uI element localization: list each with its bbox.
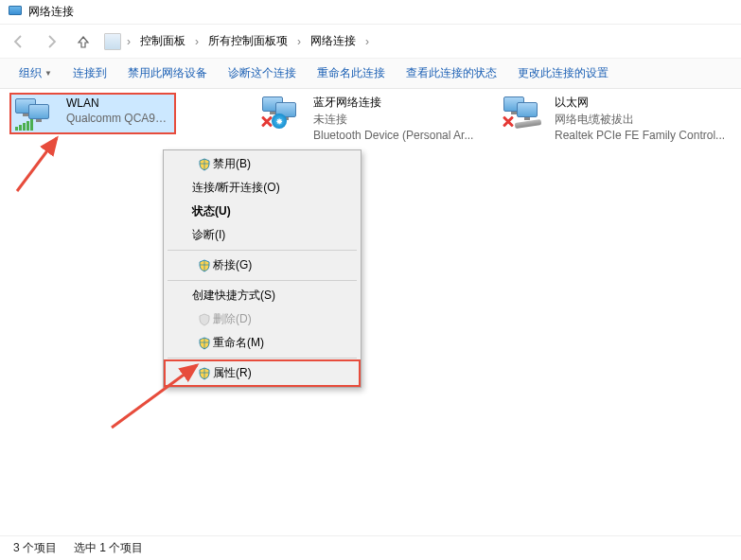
bluetooth-icon: ⁕ <box>260 95 306 129</box>
forward-button[interactable] <box>40 30 62 53</box>
toolbar-connect-to[interactable]: 连接到 <box>63 61 116 85</box>
shield-icon <box>198 313 211 326</box>
adapter-device: Bluetooth Device (Personal Ar... <box>313 129 473 142</box>
chevron-icon: › <box>362 35 373 48</box>
shield-icon <box>198 158 211 171</box>
cm-bridge[interactable]: 桥接(G) <box>166 254 359 277</box>
ethernet-icon <box>502 95 547 129</box>
cm-label: 创建快捷方式(S) <box>192 288 275 304</box>
breadcrumb-item[interactable]: 网络连接 <box>307 31 360 51</box>
cm-label: 连接/断开连接(O) <box>192 180 280 196</box>
statusbar: 3 个项目 选中 1 个项目 <box>0 535 741 560</box>
separator <box>168 250 357 251</box>
toolbar-disable-device[interactable]: 禁用此网络设备 <box>118 61 217 85</box>
separator <box>168 280 357 281</box>
cm-delete: 删除(D) <box>166 307 359 331</box>
cable-icon <box>515 119 542 129</box>
cm-label: 属性(R) <box>213 365 252 381</box>
context-menu: 禁用(B) 连接/断开连接(O) 状态(U) 诊断(I) 桥接(G) 创建快捷方… <box>163 149 362 388</box>
toolbar-view-status[interactable]: 查看此连接的状态 <box>397 61 506 85</box>
cm-label: 诊断(I) <box>192 227 225 243</box>
shield-icon <box>198 259 211 272</box>
adapter-wlan[interactable]: WLAN Qualcomm QCA9377 802.11... <box>9 93 176 134</box>
cm-connect-disconnect[interactable]: 连接/断开连接(O) <box>166 176 359 200</box>
cm-disable[interactable]: 禁用(B) <box>166 152 359 176</box>
toolbar-rename[interactable]: 重命名此连接 <box>308 61 395 85</box>
bluetooth-badge-icon: ⁕ <box>272 114 287 129</box>
back-button[interactable] <box>8 30 30 53</box>
shield-icon <box>198 367 211 380</box>
adapter-status: 未连接 <box>313 112 473 128</box>
adapter-device: Realtek PCIe FE Family Control... <box>555 129 725 142</box>
breadcrumb[interactable]: › 控制面板 › 所有控制面板项 › 网络连接 › <box>104 31 733 51</box>
cm-create-shortcut[interactable]: 创建快捷方式(S) <box>166 284 359 307</box>
cm-diagnose[interactable]: 诊断(I) <box>166 223 359 247</box>
adapter-name: 蓝牙网络连接 <box>313 95 473 111</box>
disconnected-icon <box>502 115 515 129</box>
toolbar: 组织▼ 连接到 禁用此网络设备 诊断这个连接 重命名此连接 查看此连接的状态 更… <box>0 59 741 89</box>
cm-label: 状态(U) <box>192 203 231 219</box>
cm-label: 桥接(G) <box>213 257 252 273</box>
breadcrumb-item[interactable]: 所有控制面板项 <box>204 31 291 51</box>
window-title: 网络连接 <box>28 4 74 20</box>
toolbar-organize[interactable]: 组织▼ <box>9 61 62 85</box>
adapter-name: 以太网 <box>555 95 725 111</box>
cm-label: 重命名(M) <box>213 335 264 351</box>
network-icon <box>8 5 23 20</box>
adapter-status: 网络电缆被拔出 <box>555 112 725 128</box>
content-area: WLAN Qualcomm QCA9377 802.11... ⁕ 蓝牙网络连接… <box>0 89 741 535</box>
breadcrumb-item[interactable]: 控制面板 <box>136 31 189 51</box>
cm-properties[interactable]: 属性(R) <box>164 359 361 387</box>
up-button[interactable] <box>72 30 95 53</box>
status-selected: 选中 1 个项目 <box>74 540 143 556</box>
signal-bars-icon <box>15 119 33 131</box>
separator <box>168 358 357 359</box>
cm-rename[interactable]: 重命名(M) <box>166 331 359 355</box>
cm-label: 禁用(B) <box>213 156 251 172</box>
chevron-icon: › <box>123 35 134 48</box>
chevron-icon: › <box>293 35 305 48</box>
adapter-device: Qualcomm QCA9377 802.11... <box>66 112 172 125</box>
shield-icon <box>198 337 211 350</box>
wlan-icon <box>13 96 59 131</box>
toolbar-diagnose[interactable]: 诊断这个连接 <box>219 61 306 85</box>
control-panel-icon <box>104 33 121 50</box>
adapter-name: WLAN <box>66 96 172 110</box>
cm-label: 删除(D) <box>213 311 252 327</box>
navbar: › 控制面板 › 所有控制面板项 › 网络连接 › <box>0 25 741 59</box>
cm-status[interactable]: 状态(U) <box>166 200 359 223</box>
adapter-ethernet[interactable]: 以太网 网络电缆被拔出 Realtek PCIe FE Family Contr… <box>502 95 729 142</box>
adapter-bluetooth[interactable]: ⁕ 蓝牙网络连接 未连接 Bluetooth Device (Personal … <box>260 95 487 142</box>
titlebar: 网络连接 <box>0 0 741 25</box>
status-count: 3 个项目 <box>13 540 57 556</box>
chevron-icon: › <box>191 35 203 48</box>
toolbar-change-settings[interactable]: 更改此连接的设置 <box>508 61 618 85</box>
